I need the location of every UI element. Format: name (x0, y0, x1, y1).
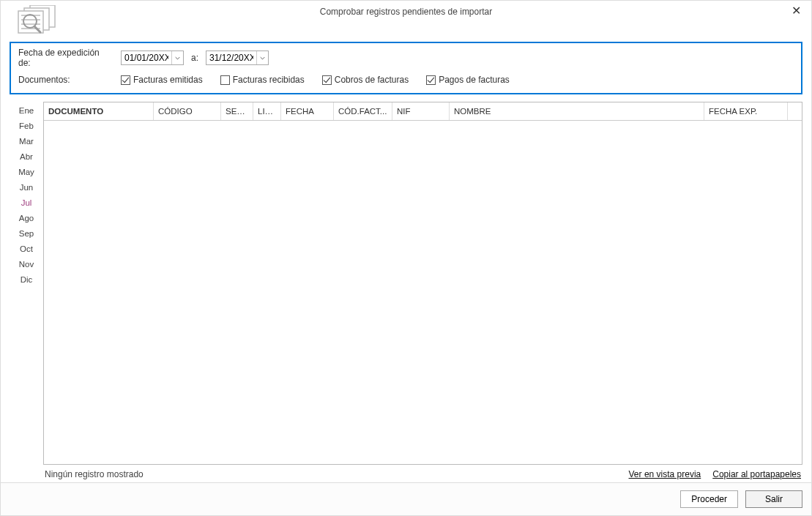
grid-wrap: DOCUMENTOCÓDIGOSERIELIN...FECHACÓD.FACT.… (43, 102, 802, 482)
month-may[interactable]: May (18, 165, 34, 180)
col-header[interactable]: LIN... (253, 102, 281, 120)
date-from-label: Fecha de expedición de: (18, 48, 113, 68)
month-jun[interactable]: Jun (20, 180, 34, 195)
grid-body (44, 121, 802, 464)
chk-pagos-label: Pagos de facturas (439, 75, 510, 85)
month-mar[interactable]: Mar (19, 134, 34, 149)
chevron-down-icon (260, 56, 265, 61)
footer: Proceder Salir (1, 482, 811, 515)
documents-label: Documentos: (18, 75, 113, 85)
month-feb[interactable]: Feb (19, 119, 34, 134)
main-area: EneFebMarAbrMayJunJulAgoSepOctNovDic DOC… (1, 102, 811, 482)
month-ago[interactable]: Ago (19, 211, 34, 226)
col-header[interactable]: NIF (392, 102, 450, 120)
status-row: Ningún registro mostrado Ver en vista pr… (43, 465, 802, 482)
col-header[interactable]: DOCUMENTO (44, 102, 154, 120)
col-header[interactable]: FECHA EXP. (704, 102, 788, 120)
filter-panel: Fecha de expedición de: a: Documentos: F… (10, 42, 802, 94)
link-copy-clipboard[interactable]: Copiar al portapapeles (712, 469, 801, 479)
month-oct[interactable]: Oct (20, 242, 33, 257)
checkbox-icon (220, 75, 230, 85)
date-to-combo[interactable] (206, 51, 269, 65)
proceed-button[interactable]: Proceder (680, 490, 738, 508)
col-header[interactable]: FECHA (281, 102, 334, 120)
link-preview[interactable]: Ver en vista previa (629, 469, 701, 479)
col-header[interactable]: CÓDIGO (154, 102, 221, 120)
month-nov[interactable]: Nov (19, 257, 34, 272)
dialog-window: Comprobar registros pendientes de import… (0, 0, 812, 516)
month-dic[interactable]: Dic (21, 272, 33, 288)
col-header[interactable]: NOMBRE (450, 102, 704, 120)
month-rail: EneFebMarAbrMayJunJulAgoSepOctNovDic (10, 102, 43, 482)
chk-cobros-label: Cobros de facturas (335, 75, 409, 85)
checkbox-icon (121, 75, 130, 85)
exit-button[interactable]: Salir (745, 490, 802, 508)
date-to-dropdown[interactable] (256, 51, 268, 64)
chk-facturas-emitidas[interactable]: Facturas emitidas (121, 75, 203, 85)
chk-recibidas-label: Facturas recibidas (233, 75, 305, 85)
chevron-down-icon (175, 56, 180, 61)
results-grid[interactable]: DOCUMENTOCÓDIGOSERIELIN...FECHACÓD.FACT.… (43, 102, 802, 465)
close-button[interactable]: ✕ (787, 4, 805, 18)
close-icon: ✕ (791, 4, 801, 17)
date-from-combo[interactable] (121, 51, 184, 65)
window-title: Comprobar registros pendientes de import… (320, 7, 492, 17)
checkbox-icon (426, 75, 436, 85)
date-to-label: a: (191, 53, 198, 63)
date-from-dropdown[interactable] (171, 51, 183, 64)
chk-pagos-facturas[interactable]: Pagos de facturas (426, 75, 510, 85)
month-sep[interactable]: Sep (19, 226, 34, 242)
month-jul[interactable]: Jul (21, 195, 32, 211)
col-header[interactable]: CÓD.FACT... (334, 102, 392, 120)
status-text: Ningún registro mostrado (45, 469, 144, 479)
date-from-input[interactable] (122, 52, 171, 64)
checkbox-icon (322, 75, 332, 85)
app-icon (8, 5, 67, 34)
chk-cobros-facturas[interactable]: Cobros de facturas (322, 75, 409, 85)
col-header[interactable]: SERIE (221, 102, 253, 120)
chk-emitidas-label: Facturas emitidas (133, 75, 203, 85)
month-ene[interactable]: Ene (19, 103, 34, 119)
grid-header: DOCUMENTOCÓDIGOSERIELIN...FECHACÓD.FACT.… (44, 102, 802, 121)
date-to-input[interactable] (206, 52, 256, 64)
month-abr[interactable]: Abr (20, 149, 33, 165)
chk-facturas-recibidas[interactable]: Facturas recibidas (220, 75, 305, 85)
titlebar: Comprobar registros pendientes de import… (1, 1, 811, 37)
